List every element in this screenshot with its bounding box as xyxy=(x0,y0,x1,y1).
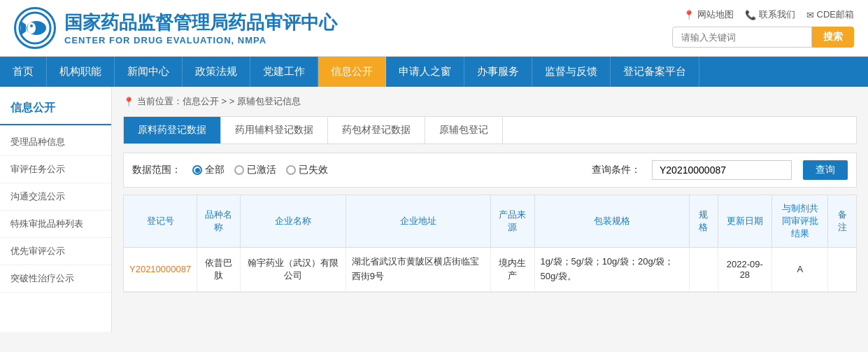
nav-news[interactable]: 新闻中心 xyxy=(115,57,183,87)
query-button[interactable]: 查询 xyxy=(803,160,848,180)
radio-active[interactable]: 已激活 xyxy=(234,164,276,176)
mail-icon: ✉ xyxy=(806,10,814,20)
map-link[interactable]: 📍 网站地图 xyxy=(683,8,734,21)
radio-expired-label: 已失效 xyxy=(299,164,328,176)
col-address: 企业地址 xyxy=(346,195,491,248)
cell-source: 境内生产 xyxy=(491,248,534,292)
main-nav: 首页 机构职能 新闻中心 政策法规 党建工作 信息公开 申请人之窗 办事服务 监… xyxy=(0,57,868,87)
sidebar-title: 信息公开 xyxy=(0,94,111,125)
col-date: 更新日期 xyxy=(718,195,772,248)
cell-package: 1g/袋；5g/袋；10g/袋；20g/袋；50g/袋。 xyxy=(534,248,689,292)
nav-party[interactable]: 党建工作 xyxy=(250,57,318,87)
cell-review: A xyxy=(772,248,828,292)
sidebar-item-special[interactable]: 特殊审批品种列表 xyxy=(0,211,111,238)
col-name: 品种名称 xyxy=(197,195,241,248)
header: 国家药品监督管理局药品审评中心 CENTER FOR DRUG EVALUATI… xyxy=(0,0,868,57)
col-remark: 备注 xyxy=(828,195,856,248)
nav-registration[interactable]: 登记备案平台 xyxy=(611,57,699,87)
svg-marker-4 xyxy=(21,21,26,35)
content-area: 📍 当前位置：信息公开 > > 原辅包登记信息 原料药登记数据 药用辅料登记数据… xyxy=(112,87,868,332)
header-links: 📍 网站地图 📞 联系我们 ✉ CDE邮箱 xyxy=(683,8,854,21)
email-link[interactable]: ✉ CDE邮箱 xyxy=(806,8,854,21)
nav-info[interactable]: 信息公开 xyxy=(318,57,386,87)
cell-spec xyxy=(689,248,718,292)
nav-service[interactable]: 办事服务 xyxy=(464,57,532,87)
logo-section: 国家药品监督管理局药品审评中心 CENTER FOR DRUG EVALUATI… xyxy=(14,7,337,49)
tab-raw-material[interactable]: 原料药登记数据 xyxy=(124,117,221,143)
nav-supervision[interactable]: 监督与反馈 xyxy=(532,57,611,87)
table-row: Y20210000087 依昔巴肽 翰宇药业（武汉）有限公司 湖北省武汉市黄陂区… xyxy=(124,248,856,292)
tab-bar: 原料药登记数据 药用辅料登记数据 药包材登记数据 原辅包登记 xyxy=(123,116,857,144)
radio-expired[interactable]: 已失效 xyxy=(286,164,328,176)
filter-bar: 数据范围： 全部 已激活 已失效 查询条件： 查询 xyxy=(123,153,857,188)
svg-point-3 xyxy=(30,24,33,27)
map-icon: 📍 xyxy=(683,10,695,20)
radio-all-circle xyxy=(192,165,202,175)
nav-home[interactable]: 首页 xyxy=(0,57,47,87)
search-input[interactable] xyxy=(672,27,812,48)
breadcrumb-icon: 📍 xyxy=(123,97,134,107)
col-package: 包装规格 xyxy=(534,195,689,248)
sidebar: 信息公开 受理品种信息 审评任务公示 沟通交流公示 特殊审批品种列表 优先审评公… xyxy=(0,87,112,332)
tab-registration[interactable]: 原辅包登记 xyxy=(425,117,503,143)
sidebar-item-breakthrough[interactable]: 突破性治疗公示 xyxy=(0,265,111,293)
col-company: 企业名称 xyxy=(241,195,346,248)
logo-text: 国家药品监督管理局药品审评中心 CENTER FOR DRUG EVALUATI… xyxy=(64,10,337,45)
logo-icon xyxy=(14,7,56,49)
cell-name: 依昔巴肽 xyxy=(197,248,241,292)
radio-all[interactable]: 全部 xyxy=(192,164,225,176)
sidebar-item-priority[interactable]: 优先审评公示 xyxy=(0,238,111,265)
logo-en: CENTER FOR DRUG EVALUATION, NMPA xyxy=(64,35,337,45)
cell-company: 翰宇药业（武汉）有限公司 xyxy=(241,248,346,292)
range-label: 数据范围： xyxy=(132,164,181,176)
breadcrumb: 📍 当前位置：信息公开 > > 原辅包登记信息 xyxy=(123,95,857,108)
table-header-row: 登记号 品种名称 企业名称 企业地址 产品来源 包装规格 规格 更新日期 与制剂… xyxy=(124,195,856,248)
tab-excipient[interactable]: 药用辅料登记数据 xyxy=(221,117,328,143)
sidebar-item-receive[interactable]: 受理品种信息 xyxy=(0,129,111,156)
cell-date: 2022-09-28 xyxy=(718,248,772,292)
search-button[interactable]: 搜索 xyxy=(812,27,854,48)
radio-active-circle xyxy=(234,165,244,175)
contact-link[interactable]: 📞 联系我们 xyxy=(745,8,795,21)
sidebar-item-communication[interactable]: 沟通交流公示 xyxy=(0,183,111,211)
query-label: 查询条件： xyxy=(592,164,641,176)
data-table: 登记号 品种名称 企业名称 企业地址 产品来源 包装规格 规格 更新日期 与制剂… xyxy=(123,195,857,293)
logo-cn: 国家药品监督管理局药品审评中心 xyxy=(64,10,337,35)
tab-packaging[interactable]: 药包材登记数据 xyxy=(328,117,425,143)
sidebar-item-review[interactable]: 审评任务公示 xyxy=(0,156,111,183)
search-bar: 搜索 xyxy=(672,27,854,48)
radio-active-label: 已激活 xyxy=(247,164,276,176)
query-input[interactable] xyxy=(652,160,792,180)
cell-address: 湖北省武汉市黄陂区横店街临宝西街9号 xyxy=(346,248,491,292)
breadcrumb-text: 当前位置：信息公开 > > 原辅包登记信息 xyxy=(137,95,301,108)
nav-policy[interactable]: 政策法规 xyxy=(183,57,250,87)
nav-applicant[interactable]: 申请人之窗 xyxy=(386,57,464,87)
svg-point-2 xyxy=(27,22,36,34)
radio-all-label: 全部 xyxy=(205,164,225,176)
cell-remark xyxy=(828,248,856,292)
col-review: 与制剂共同审评批结果 xyxy=(772,195,828,248)
phone-icon: 📞 xyxy=(745,10,756,20)
radio-group: 全部 已激活 已失效 xyxy=(192,164,328,176)
col-spec: 规格 xyxy=(689,195,718,248)
header-right: 📍 网站地图 📞 联系我们 ✉ CDE邮箱 搜索 xyxy=(672,8,854,48)
col-id: 登记号 xyxy=(124,195,197,248)
main-layout: 信息公开 受理品种信息 审评任务公示 沟通交流公示 特殊审批品种列表 优先审评公… xyxy=(0,87,868,332)
radio-expired-circle xyxy=(286,165,296,175)
nav-institution[interactable]: 机构职能 xyxy=(47,57,115,87)
col-source: 产品来源 xyxy=(491,195,534,248)
cell-id: Y20210000087 xyxy=(124,248,197,292)
